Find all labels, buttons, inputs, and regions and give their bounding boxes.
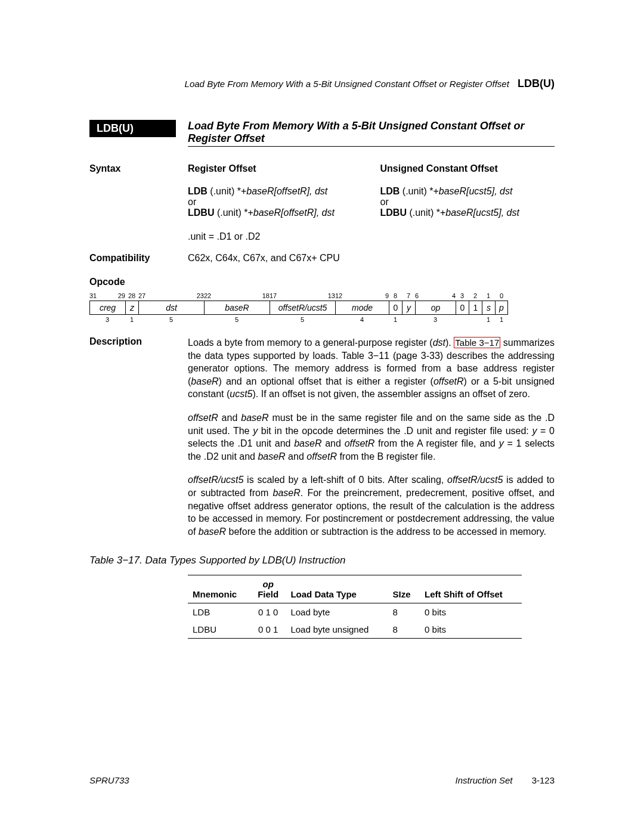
opcode-label: Opcode [89,277,555,287]
footer: SPRU733 Instruction Set 3-123 [89,775,555,785]
w-op: 3 [415,315,456,323]
ldb-u-end: , dst [494,186,512,196]
ldbu-mid: (.unit) *+ [214,208,253,218]
opcode-diagram: 3129 28 2723 2218 1713 129 8 7 64 3 2 1 … [89,292,555,323]
ldbu-arg: baseR[offsetR] [253,208,317,218]
field-p: p [495,301,508,315]
w-creg: 3 [89,315,125,323]
bit-7: 7 [402,292,415,301]
table-caption: Table 3−17. Data Types Supported by LDB(… [89,555,555,566]
ldb-u-mid: (.unit) *+ [400,186,438,196]
footer-section: Instruction Set [456,775,513,785]
field-dst: dst [138,301,204,315]
running-head-tag: LDB(U) [518,78,555,89]
ldb-u-kw: LDB [380,186,400,196]
desc-p1: Loads a byte from memory to a general-pu… [188,336,555,401]
table-row: LDBU 0 0 1 Load byte unsigned 8 0 bits [188,621,522,639]
w-r: 1 [389,315,402,323]
bit-1: 1 [482,292,495,301]
w-mode: 4 [335,315,389,323]
or-text: or [188,197,363,208]
w-off: 5 [270,315,335,323]
compat-section: Compatibility C62x, C64x, C67x, and C67x… [89,253,555,264]
w-z: 1 [125,315,138,323]
field-op: op [415,301,456,315]
field-offset: offsetR/ucst5 [270,301,335,315]
page: Load Byte From Memory With a 5-Bit Unsig… [0,0,644,833]
bit-18: 18 [262,292,270,299]
w-baseR: 5 [204,315,270,323]
field-s: s [482,301,495,315]
th-size: SIze [388,575,420,603]
ldb-kw: LDB [188,186,208,196]
bit-23: 23 [197,292,204,299]
ldbu-u-mid: (.unit) *+ [407,208,445,218]
th-opfield: op Field [250,575,286,603]
ldbu-end: , dst [317,208,335,218]
bit-27: 27 [138,292,145,299]
running-head-text: Load Byte From Memory With a 5-Bit Unsig… [185,79,509,89]
table-row: LDB 0 1 0 Load byte 8 0 bits [188,603,522,621]
ldb-end: , dst [309,186,327,196]
th-load: Load Data Type [286,575,388,603]
field-z: z [125,301,138,315]
unsigned-offset-col: Unsigned Constant Offset LDB (.unit) *+b… [380,163,555,242]
bit-0: 0 [495,292,508,301]
footer-page: 3-123 [532,775,555,785]
ldbu-u-kw: LDBU [380,208,407,218]
description-label: Description [89,336,188,549]
field-c01: 0 [456,301,469,315]
field-c1: 1 [469,301,482,315]
field-y: y [402,301,415,315]
register-offset-heading: Register Offset [188,163,363,174]
or-text-2: or [380,197,555,208]
field-baseR: baseR [204,301,270,315]
unsigned-offset-heading: Unsigned Constant Offset [380,163,555,174]
th-mnemonic: Mnemonic [188,575,250,603]
footer-docid: SPRU733 [89,775,129,785]
field-r: 0 [389,301,402,315]
bit-28: 28 [125,292,138,301]
bit-12: 12 [335,292,342,299]
field-creg: creg [89,301,125,315]
running-head: Load Byte From Memory With a 5-Bit Unsig… [89,78,555,90]
w-s: 1 [482,315,495,323]
data-types-table: Mnemonic op Field Load Data Type SIze Le… [188,575,522,639]
bit-3: 3 [456,292,469,301]
desc-p3: offsetR/ucst5 is scaled by a left-shift … [188,473,555,538]
bit-8: 8 [389,292,402,301]
description-section: Description Loads a byte from memory to … [89,336,555,549]
register-offset-col: Register Offset LDB (.unit) *+baseR[offs… [188,163,363,242]
bit-2: 2 [469,292,482,301]
bit-29: 29 [118,292,125,299]
instruction-title: Load Byte From Memory With a 5-Bit Unsig… [188,120,555,147]
table-link[interactable]: Table 3−17 [454,337,500,348]
field-mode: mode [335,301,389,315]
compat-text: C62x, C64x, C67x, and C67x+ CPU [188,253,555,264]
instruction-badge: LDB(U) [89,120,176,137]
instruction-header: LDB(U) Load Byte From Memory With a 5-Bi… [89,120,555,147]
syntax-label: Syntax [89,163,188,242]
ldb-arg: baseR[offsetR] [246,186,309,196]
bit-6: 6 [415,292,419,299]
desc-p2: offsetR and baseR must be in the same re… [188,411,555,463]
bit-13: 13 [328,292,335,299]
ldbu-u-end: , dst [501,208,519,218]
syntax-section: Syntax Register Offset LDB (.unit) *+bas… [89,163,555,242]
w-p: 1 [495,315,508,323]
bit-31: 31 [89,292,97,299]
ldbu-u-arg: baseR[ucst5] [445,208,501,218]
ldb-u-arg: baseR[ucst5] [439,186,494,196]
compat-label: Compatibility [89,253,188,264]
ldb-mid: (.unit) *+ [208,186,246,196]
unit-line: .unit = .D1 or .D2 [188,231,363,242]
th-shift: Left Shift of Offset [420,575,522,603]
ldbu-kw: LDBU [188,208,214,218]
w-dst: 5 [138,315,204,323]
bit-22: 22 [204,292,211,299]
bit-17: 17 [270,292,277,299]
